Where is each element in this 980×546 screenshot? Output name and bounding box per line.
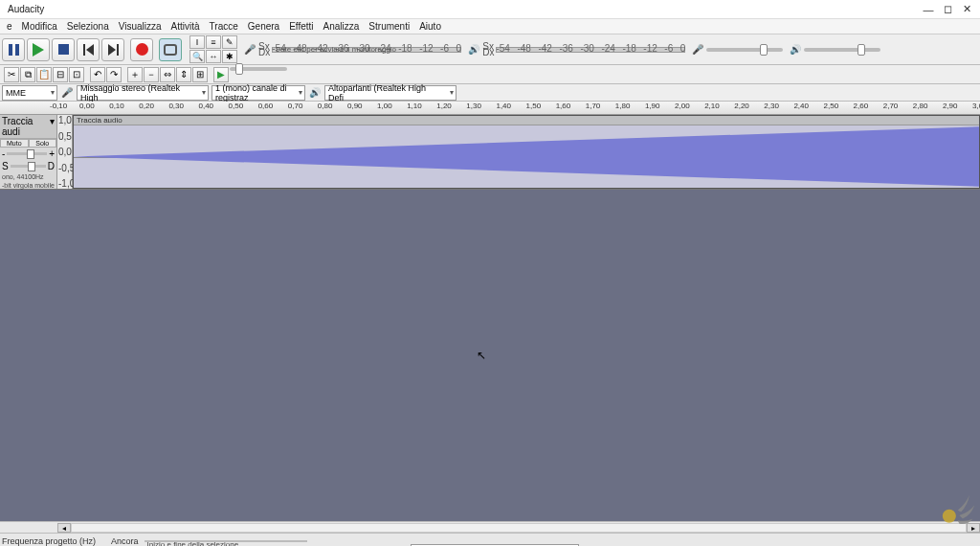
track-menu[interactable]: Traccia audi <box>2 116 50 137</box>
silence-button[interactable]: ⊡ <box>69 67 84 82</box>
meter-hint: Fate clic per avviare il monitoraggio <box>276 45 396 54</box>
waveform-shape <box>74 125 979 188</box>
play-device-icon: 🔊 <box>308 86 322 100</box>
zoom-tool[interactable]: 🔍 <box>189 50 205 63</box>
solo-button[interactable]: Solo <box>29 139 57 148</box>
gain-slider[interactable] <box>7 152 47 155</box>
pause-button[interactable] <box>2 38 25 61</box>
timeline-ruler[interactable]: -0,100,000,100,200,300,400,500,600,700,8… <box>0 102 980 115</box>
timeshift-tool[interactable]: ↔ <box>206 50 221 63</box>
cut-button[interactable]: ✂ <box>4 67 19 82</box>
menu-generate[interactable]: Genera <box>243 21 284 32</box>
pan-slider[interactable] <box>11 165 46 168</box>
maximize-button[interactable]: ◻ <box>938 3 957 15</box>
menubar: e Modifica Seleziona Visualizza Attività… <box>0 19 980 34</box>
channels-select[interactable]: 1 (mono) canale di registraz <box>212 85 305 101</box>
amplitude-ruler: 1,0 0,5 0,0 -0,5 -1,0 <box>57 115 73 189</box>
fit-project-button[interactable]: ⇕ <box>176 67 191 82</box>
skip-end-button[interactable] <box>101 38 124 61</box>
play-at-speed-button[interactable]: ▶ <box>213 67 229 82</box>
minimize-button[interactable]: — <box>919 4 938 15</box>
toolbar-main: I ≡ ✎ 🔍 ↔ ✱ 🎤 SxDx Fate clic per avviare… <box>0 34 980 65</box>
track-info-rate: ono, 44100Hz <box>0 172 56 181</box>
menu-analyze[interactable]: Analizza <box>319 21 365 32</box>
copy-button[interactable]: ⧉ <box>20 67 35 82</box>
track-control-panel[interactable]: Traccia audi▾ MutoSolo -+ SD ono, 44100H… <box>0 115 57 189</box>
selection-group: Inizio e fine della selezione <box>145 540 307 542</box>
playback-meter[interactable]: 🔊 SxDx -54-48-42-36-30-24-18-12-60 <box>467 43 685 57</box>
play-button[interactable] <box>27 38 50 61</box>
undo-button[interactable]: ↶ <box>90 67 105 82</box>
app-title: Audacity <box>4 4 919 14</box>
rec-device-icon: 🎤 <box>60 86 74 100</box>
meter-dx: Dx <box>258 50 270 56</box>
fit-selection-button[interactable]: ⇔ <box>160 67 175 82</box>
main-canvas[interactable]: ↖ <box>0 190 980 521</box>
menu-help[interactable]: Aiuto <box>414 21 446 32</box>
track-row: Traccia audi▾ MutoSolo -+ SD ono, 44100H… <box>0 115 980 190</box>
track-info-format: -bit virgola mobile <box>0 181 56 190</box>
menu-select[interactable]: Seleziona <box>62 21 114 32</box>
toolbar-edit: ✂ ⧉ 📋 ⊟ ⊡ ↶ ↷ ＋ － ⇔ ⇕ ⊞ ▶ <box>0 65 980 84</box>
recording-meter[interactable]: 🎤 SxDx Fate clic per avviare il monitora… <box>243 43 461 57</box>
mic-icon: 🎤 <box>243 43 256 57</box>
zoom-out-button[interactable]: － <box>144 67 159 82</box>
audio-host-select[interactable]: MME <box>2 85 57 101</box>
skip-start-button[interactable] <box>77 38 100 61</box>
menu-tracks[interactable]: Tracce <box>205 21 243 32</box>
speaker-volume[interactable]: 🔊 <box>789 43 880 57</box>
menu-effects[interactable]: Effetti <box>284 21 318 32</box>
play-speed-slider[interactable] <box>230 67 287 71</box>
mute-button[interactable]: Muto <box>0 139 29 148</box>
mic-slider-icon: 🎤 <box>691 43 704 57</box>
selection-tool[interactable]: I <box>189 35 205 49</box>
device-toolbar: MME 🎤 Missaggio stereo (Realtek High 1 (… <box>0 84 980 102</box>
envelope-tool[interactable]: ≡ <box>206 35 221 49</box>
menu-file[interactable]: e <box>2 21 17 32</box>
redo-button[interactable]: ↷ <box>106 67 122 82</box>
recording-device-select[interactable]: Missaggio stereo (Realtek High <box>77 85 209 101</box>
project-rate-label: Frequenza progetto (Hz) <box>2 536 96 546</box>
svg-point-1 <box>943 510 956 523</box>
speaker-slider-icon: 🔊 <box>789 43 802 57</box>
mic-volume[interactable]: 🎤 <box>691 43 783 57</box>
track-dropdown-icon[interactable]: ▾ <box>50 116 55 137</box>
snap-label: Ancora <box>111 536 139 546</box>
playback-device-select[interactable]: Altoparlanti (Realtek High Defi <box>324 85 457 101</box>
waveform-clip[interactable]: Traccia audio <box>73 115 980 189</box>
tool-grid: I ≡ ✎ 🔍 ↔ ✱ <box>189 35 237 63</box>
menu-edit[interactable]: Modifica <box>17 21 62 32</box>
draw-tool[interactable]: ✎ <box>222 35 237 49</box>
clip-title[interactable]: Traccia audio <box>74 116 979 125</box>
record-button[interactable] <box>130 38 153 61</box>
close-button[interactable]: ✕ <box>957 3 976 15</box>
stop-button[interactable] <box>52 38 75 61</box>
menu-tools[interactable]: Strumenti <box>364 21 414 32</box>
multi-tool[interactable]: ✱ <box>222 50 237 63</box>
horizontal-scrollbar[interactable]: ◂ ▸ <box>0 521 980 533</box>
zoom-toggle-button[interactable]: ⊞ <box>192 67 208 82</box>
cursor-icon: ↖ <box>477 349 486 362</box>
svg-marker-0 <box>74 126 979 186</box>
menu-view[interactable]: Visualizza <box>114 21 167 32</box>
titlebar: Audacity — ◻ ✕ <box>0 0 980 19</box>
watermark-logo <box>934 487 976 529</box>
transport-controls <box>0 38 184 61</box>
paste-button[interactable]: 📋 <box>36 67 52 82</box>
menu-transport[interactable]: Attività <box>167 21 205 32</box>
zoom-in-button[interactable]: ＋ <box>127 67 143 82</box>
speaker-icon: 🔊 <box>467 43 480 57</box>
loop-button[interactable] <box>159 38 182 61</box>
scroll-left-button[interactable]: ◂ <box>57 523 71 533</box>
trim-button[interactable]: ⊟ <box>53 67 68 82</box>
